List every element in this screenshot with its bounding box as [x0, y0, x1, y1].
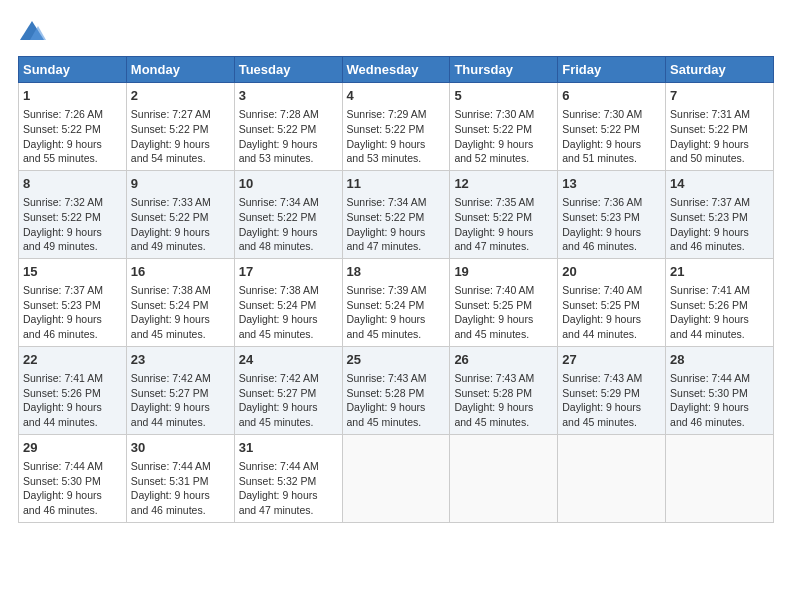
- day-info: Daylight: 9 hours: [454, 312, 553, 327]
- header: [18, 18, 774, 46]
- day-info: and 46 minutes.: [23, 503, 122, 518]
- day-info: and 53 minutes.: [239, 151, 338, 166]
- calendar-cell: 1Sunrise: 7:26 AMSunset: 5:22 PMDaylight…: [19, 83, 127, 171]
- day-info: Sunrise: 7:40 AM: [454, 283, 553, 298]
- day-info: Daylight: 9 hours: [670, 312, 769, 327]
- calendar-cell: 15Sunrise: 7:37 AMSunset: 5:23 PMDayligh…: [19, 258, 127, 346]
- day-info: and 46 minutes.: [670, 415, 769, 430]
- day-info: Sunrise: 7:34 AM: [347, 195, 446, 210]
- page: SundayMondayTuesdayWednesdayThursdayFrid…: [0, 0, 792, 533]
- day-info: and 45 minutes.: [562, 415, 661, 430]
- day-info: and 45 minutes.: [454, 327, 553, 342]
- calendar-table: SundayMondayTuesdayWednesdayThursdayFrid…: [18, 56, 774, 523]
- day-info: Sunrise: 7:41 AM: [670, 283, 769, 298]
- calendar-cell: 21Sunrise: 7:41 AMSunset: 5:26 PMDayligh…: [666, 258, 774, 346]
- day-info: Sunset: 5:32 PM: [239, 474, 338, 489]
- day-info: Sunrise: 7:38 AM: [239, 283, 338, 298]
- day-info: Sunset: 5:22 PM: [670, 122, 769, 137]
- day-info: and 48 minutes.: [239, 239, 338, 254]
- day-info: and 46 minutes.: [670, 239, 769, 254]
- day-number: 18: [347, 263, 446, 281]
- day-info: Daylight: 9 hours: [23, 488, 122, 503]
- day-info: Daylight: 9 hours: [239, 400, 338, 415]
- day-info: Sunrise: 7:35 AM: [454, 195, 553, 210]
- day-number: 3: [239, 87, 338, 105]
- day-info: and 45 minutes.: [131, 327, 230, 342]
- header-row: SundayMondayTuesdayWednesdayThursdayFrid…: [19, 57, 774, 83]
- day-number: 2: [131, 87, 230, 105]
- day-info: Sunrise: 7:31 AM: [670, 107, 769, 122]
- day-info: Sunrise: 7:43 AM: [562, 371, 661, 386]
- day-info: Sunrise: 7:32 AM: [23, 195, 122, 210]
- day-info: Sunrise: 7:44 AM: [670, 371, 769, 386]
- day-info: Sunset: 5:24 PM: [131, 298, 230, 313]
- calendar-cell: 31Sunrise: 7:44 AMSunset: 5:32 PMDayligh…: [234, 434, 342, 522]
- calendar-cell: 25Sunrise: 7:43 AMSunset: 5:28 PMDayligh…: [342, 346, 450, 434]
- day-info: Daylight: 9 hours: [562, 225, 661, 240]
- day-info: Sunrise: 7:26 AM: [23, 107, 122, 122]
- day-info: Sunset: 5:31 PM: [131, 474, 230, 489]
- day-info: Daylight: 9 hours: [454, 400, 553, 415]
- day-info: and 46 minutes.: [562, 239, 661, 254]
- day-info: Sunrise: 7:38 AM: [131, 283, 230, 298]
- day-number: 29: [23, 439, 122, 457]
- day-number: 7: [670, 87, 769, 105]
- day-info: and 45 minutes.: [347, 327, 446, 342]
- day-info: Daylight: 9 hours: [131, 225, 230, 240]
- day-info: Daylight: 9 hours: [239, 488, 338, 503]
- day-info: and 49 minutes.: [23, 239, 122, 254]
- logo-icon: [18, 18, 46, 46]
- day-number: 16: [131, 263, 230, 281]
- day-number: 9: [131, 175, 230, 193]
- day-info: Sunset: 5:22 PM: [454, 122, 553, 137]
- calendar-week-3: 15Sunrise: 7:37 AMSunset: 5:23 PMDayligh…: [19, 258, 774, 346]
- day-info: Sunset: 5:27 PM: [239, 386, 338, 401]
- day-info: Sunset: 5:22 PM: [23, 210, 122, 225]
- day-header-thursday: Thursday: [450, 57, 558, 83]
- calendar-cell: 16Sunrise: 7:38 AMSunset: 5:24 PMDayligh…: [126, 258, 234, 346]
- day-info: Sunrise: 7:44 AM: [23, 459, 122, 474]
- calendar-cell: 27Sunrise: 7:43 AMSunset: 5:29 PMDayligh…: [558, 346, 666, 434]
- day-info: Sunset: 5:28 PM: [347, 386, 446, 401]
- calendar-cell: 3Sunrise: 7:28 AMSunset: 5:22 PMDaylight…: [234, 83, 342, 171]
- day-info: Daylight: 9 hours: [131, 312, 230, 327]
- day-info: Daylight: 9 hours: [239, 312, 338, 327]
- day-number: 17: [239, 263, 338, 281]
- day-number: 20: [562, 263, 661, 281]
- calendar-cell: 6Sunrise: 7:30 AMSunset: 5:22 PMDaylight…: [558, 83, 666, 171]
- day-info: Daylight: 9 hours: [562, 312, 661, 327]
- day-info: Daylight: 9 hours: [23, 225, 122, 240]
- calendar-week-1: 1Sunrise: 7:26 AMSunset: 5:22 PMDaylight…: [19, 83, 774, 171]
- day-info: and 51 minutes.: [562, 151, 661, 166]
- day-info: Sunrise: 7:40 AM: [562, 283, 661, 298]
- day-info: Sunset: 5:25 PM: [562, 298, 661, 313]
- day-info: and 45 minutes.: [454, 415, 553, 430]
- day-info: Daylight: 9 hours: [23, 312, 122, 327]
- day-info: and 45 minutes.: [347, 415, 446, 430]
- day-info: Daylight: 9 hours: [23, 400, 122, 415]
- day-info: Sunrise: 7:28 AM: [239, 107, 338, 122]
- day-info: Sunset: 5:28 PM: [454, 386, 553, 401]
- calendar-cell: 23Sunrise: 7:42 AMSunset: 5:27 PMDayligh…: [126, 346, 234, 434]
- day-info: and 45 minutes.: [239, 327, 338, 342]
- day-info: Sunset: 5:24 PM: [239, 298, 338, 313]
- day-info: Sunrise: 7:44 AM: [239, 459, 338, 474]
- day-info: and 44 minutes.: [131, 415, 230, 430]
- day-info: and 47 minutes.: [347, 239, 446, 254]
- logo: [18, 18, 50, 46]
- day-number: 6: [562, 87, 661, 105]
- day-info: Daylight: 9 hours: [347, 312, 446, 327]
- calendar-cell: 13Sunrise: 7:36 AMSunset: 5:23 PMDayligh…: [558, 170, 666, 258]
- calendar-cell: 29Sunrise: 7:44 AMSunset: 5:30 PMDayligh…: [19, 434, 127, 522]
- day-header-wednesday: Wednesday: [342, 57, 450, 83]
- day-info: Sunset: 5:25 PM: [454, 298, 553, 313]
- day-number: 24: [239, 351, 338, 369]
- day-info: Sunset: 5:22 PM: [347, 122, 446, 137]
- day-info: Sunrise: 7:42 AM: [239, 371, 338, 386]
- calendar-cell: 22Sunrise: 7:41 AMSunset: 5:26 PMDayligh…: [19, 346, 127, 434]
- calendar-cell: 11Sunrise: 7:34 AMSunset: 5:22 PMDayligh…: [342, 170, 450, 258]
- day-number: 27: [562, 351, 661, 369]
- day-info: and 53 minutes.: [347, 151, 446, 166]
- day-info: Sunset: 5:30 PM: [23, 474, 122, 489]
- day-info: Sunrise: 7:41 AM: [23, 371, 122, 386]
